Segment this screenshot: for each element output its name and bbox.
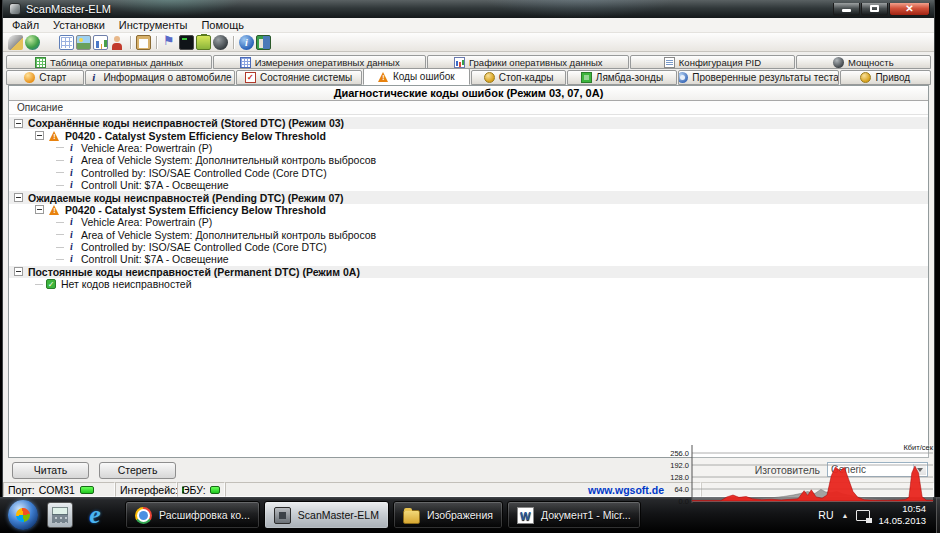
network-tray-icon[interactable]: [856, 510, 870, 521]
collapse-icon[interactable]: [35, 131, 44, 140]
tab-freeze[interactable]: Стоп-кадры: [471, 70, 566, 85]
taskbar-button-folder[interactable]: Изображения: [393, 501, 503, 529]
language-indicator[interactable]: RU: [818, 509, 833, 521]
flag-icon[interactable]: [162, 35, 177, 50]
tree-row-info[interactable]: iVehicle Area: Powertrain (P): [9, 142, 928, 154]
tab-sys[interactable]: Состояние системы: [236, 70, 362, 85]
tree-row-label: Нет кодов неисправностей: [61, 278, 192, 290]
document-icon[interactable]: [42, 35, 57, 50]
taskbar-button-chrome[interactable]: Расшифровка ко...: [125, 501, 260, 529]
tab-info2[interactable]: Информация о автомобиле: [85, 70, 234, 85]
tab-test[interactable]: Проверенные результаты теста: [678, 70, 839, 85]
tree-row-dtc[interactable]: P0420 - Catalyst System Efficiency Below…: [9, 129, 928, 141]
tree-row-info[interactable]: iArea of Vehicle System: Дополнительный …: [9, 154, 928, 166]
manufacturer-value: Generic: [831, 464, 866, 475]
image-icon[interactable]: [76, 35, 91, 50]
taskbar-button-label: Расшифровка ко...: [159, 509, 250, 521]
tray-time: 10:54: [878, 503, 926, 515]
ti-lambda-icon: [581, 72, 592, 83]
maximize-button[interactable]: [861, 3, 888, 16]
minimize-icon: [842, 9, 851, 12]
globe-icon[interactable]: [25, 35, 40, 50]
show-hidden-icons-icon[interactable]: ▲: [842, 512, 849, 519]
tree-row-ok[interactable]: Нет кодов неисправностей: [9, 278, 928, 290]
ti-drive-icon: [860, 72, 871, 83]
chart-icon[interactable]: [93, 35, 108, 50]
tree-row-section[interactable]: Сохранённые коды неисправностей (Stored …: [9, 117, 928, 129]
collapse-icon[interactable]: [14, 119, 23, 128]
close-button[interactable]: ✕: [889, 3, 930, 16]
tab-chart-secondary[interactable]: Графики оперативных данных: [427, 55, 629, 69]
info-icon[interactable]: [239, 35, 254, 50]
menu-item-4[interactable]: Помощь: [194, 19, 251, 31]
tree-column-header[interactable]: Описание: [9, 101, 928, 115]
title-bar[interactable]: ScanMaster-ELM ✕: [3, 0, 934, 18]
tab-label: Информация о автомобиле: [103, 72, 231, 83]
tab-label: Таблица оперативных данных: [50, 57, 183, 68]
manufacturer-select[interactable]: Generic: [827, 462, 928, 477]
taskbar-button-chip[interactable]: ScanMaster-ELM: [264, 501, 389, 529]
start-button[interactable]: [8, 500, 38, 530]
chip-icon: [274, 507, 291, 524]
read-button[interactable]: Читать: [12, 462, 89, 479]
calculator-icon[interactable]: [47, 502, 73, 528]
taskbar: e Расшифровка ко...ScanMaster-ELMИзображ…: [0, 497, 940, 533]
terminal-icon[interactable]: [179, 35, 194, 50]
menu-item-3[interactable]: Инструменты: [112, 19, 195, 31]
page-title: Диагностические коды ошибок (Режим 03, 0…: [9, 86, 928, 101]
tab-label: Измерения оперативных данных: [255, 57, 400, 68]
tab-label: Конфигурация PID: [679, 57, 761, 68]
table-icon[interactable]: [59, 35, 74, 50]
port-status-led: [80, 486, 94, 494]
tree-row-section[interactable]: Ожидаемые коды неисправностей (Pending D…: [9, 191, 928, 203]
manufacturer-group: Изготовитель Generic: [755, 462, 928, 477]
minimize-button[interactable]: [833, 3, 860, 16]
tab-drive[interactable]: Привод: [840, 70, 931, 85]
windows-logo-icon: [15, 507, 31, 523]
tab-start[interactable]: Старт: [6, 70, 84, 85]
website-link[interactable]: www.wgsoft.de: [588, 484, 664, 496]
user-icon[interactable]: [110, 35, 125, 50]
ti-grid-icon: [240, 57, 251, 68]
chevron-down-icon[interactable]: [913, 464, 926, 475]
tray-date: 14.05.2013: [878, 515, 926, 527]
erase-button[interactable]: Стереть: [99, 462, 176, 479]
tab-grid-secondary[interactable]: Измерения оперативных данных: [213, 55, 426, 69]
tree-row-label: Vehicle Area: Powertrain (P): [81, 142, 212, 154]
connect-icon[interactable]: [8, 35, 23, 50]
tab-pid-secondary[interactable]: Конфигурация PID: [630, 55, 794, 69]
info-icon: i: [67, 230, 76, 240]
tree-row-info[interactable]: iControll Unit: $7A - Освещение: [9, 253, 928, 265]
taskbar-button-label: Изображения: [427, 509, 493, 521]
port-label: Порт:: [8, 484, 35, 496]
folder-icon: [403, 510, 420, 524]
tree-row-info[interactable]: iControlled by: ISO/SAE Controlled Code …: [9, 167, 928, 179]
tab-table-secondary[interactable]: Таблица оперативных данных: [6, 55, 212, 69]
tab-label: Старт: [39, 72, 66, 83]
collapse-icon[interactable]: [14, 267, 23, 276]
gauge-icon[interactable]: [213, 35, 228, 50]
tree-row-dtc[interactable]: P0420 - Catalyst System Efficiency Below…: [9, 204, 928, 216]
tab-power-secondary[interactable]: Мощность: [796, 55, 931, 69]
menu-item-2[interactable]: Установки: [46, 19, 112, 31]
tab-label: Состояние системы: [260, 72, 352, 83]
battery-icon[interactable]: [196, 35, 211, 50]
menu-item-1[interactable]: Файл: [5, 19, 46, 31]
tab-lambda[interactable]: Лямбда-зонды: [567, 70, 676, 85]
exit-icon[interactable]: [256, 35, 271, 50]
tree-row-label: Controlled by: ISO/SAE Controlled Code (…: [81, 241, 327, 253]
clock[interactable]: 10:54 14.05.2013: [878, 503, 926, 527]
tree-row-info[interactable]: iControll Unit: $7A - Освещение: [9, 179, 928, 191]
internet-explorer-icon[interactable]: e: [82, 502, 108, 528]
show-desktop-button[interactable]: [936, 497, 940, 533]
tree-row-section[interactable]: Постоянные коды неисправностей (Permanen…: [9, 266, 928, 278]
collapse-icon[interactable]: [14, 193, 23, 202]
tab-warn[interactable]: Коды ошибок: [363, 68, 470, 85]
tree-row-info[interactable]: iArea of Vehicle System: Дополнительный …: [9, 229, 928, 241]
tree-row-info[interactable]: iVehicle Area: Powertrain (P): [9, 216, 928, 228]
taskbar-button-word[interactable]: Документ1 - Micr...: [507, 501, 641, 529]
clipboard-icon[interactable]: [136, 35, 151, 50]
tree-row-info[interactable]: iControlled by: ISO/SAE Controlled Code …: [9, 241, 928, 253]
menu-bar: ФайлУстановкиИнструментыПомощь: [3, 18, 934, 33]
collapse-icon[interactable]: [35, 205, 44, 214]
